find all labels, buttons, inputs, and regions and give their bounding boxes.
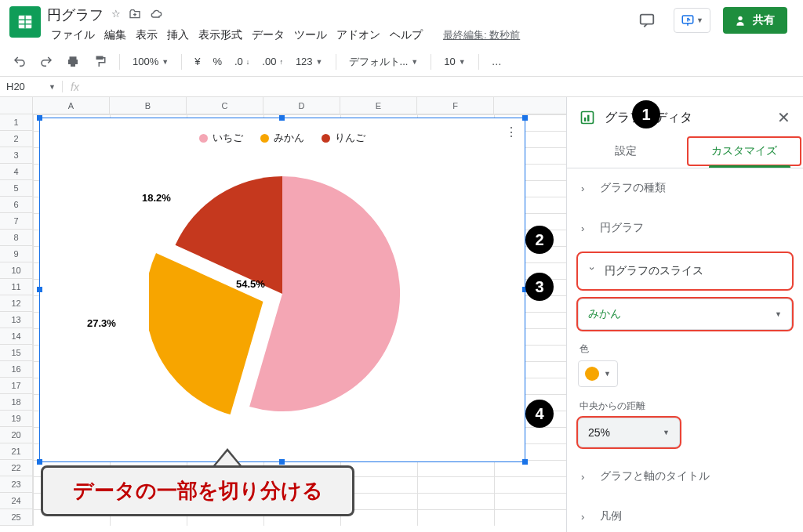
- share-button[interactable]: 共有: [723, 7, 787, 34]
- last-edit[interactable]: 最終編集: 数秒前: [439, 27, 524, 44]
- col-header[interactable]: A: [33, 97, 110, 114]
- menu-view[interactable]: 表示: [132, 27, 162, 44]
- pie-chart[interactable]: ⋮ いちご みかん りんご: [39, 118, 525, 462]
- col-header[interactable]: C: [187, 97, 263, 114]
- legend-label: いちご: [213, 131, 243, 145]
- menu-format[interactable]: 表示形式: [194, 27, 246, 44]
- col-header[interactable]: D: [263, 97, 340, 114]
- menu-addons[interactable]: アドオン: [332, 27, 384, 44]
- slice-label: 18.2%: [142, 192, 171, 204]
- row-header[interactable]: 17: [0, 378, 32, 394]
- paint-format-button[interactable]: [88, 52, 111, 72]
- chart-editor-icon: [580, 110, 595, 125]
- svg-rect-9: [587, 115, 590, 121]
- font-select[interactable]: デフォルト... ▼: [344, 52, 423, 72]
- row-header[interactable]: 4: [0, 164, 32, 180]
- section-chart-type[interactable]: ›グラフの種類: [567, 168, 803, 208]
- toolbar-more[interactable]: …: [487, 52, 508, 71]
- dec-decrease-button[interactable]: .0↓: [230, 52, 254, 71]
- tab-setup[interactable]: 設定: [567, 135, 685, 168]
- percent-button[interactable]: %: [208, 52, 227, 71]
- row-header[interactable]: 19: [0, 411, 32, 427]
- distance-select[interactable]: 25%▼: [578, 418, 680, 447]
- pie-svg: [149, 161, 416, 427]
- undo-button[interactable]: [8, 52, 31, 72]
- row-header[interactable]: 6: [0, 197, 32, 213]
- cloud-icon[interactable]: [149, 8, 163, 23]
- redo-button[interactable]: [35, 52, 58, 72]
- legend-label: りんご: [335, 131, 365, 145]
- row-header[interactable]: 5: [0, 180, 32, 197]
- slice-color-picker[interactable]: ▼: [578, 360, 618, 387]
- slice-label: 54.5%: [236, 278, 265, 290]
- menu-help[interactable]: ヘルプ: [386, 27, 427, 44]
- section-pie-slice-header[interactable]: › 円グラフのスライス: [578, 253, 792, 289]
- chart-legend: いちご みかん りんご: [40, 131, 525, 145]
- sidebar-title: グラフエディタ: [605, 110, 768, 126]
- row-header[interactable]: 16: [0, 361, 32, 378]
- row-header[interactable]: 22: [0, 460, 32, 476]
- font-size-select[interactable]: 10 ▼: [439, 52, 470, 71]
- row-header[interactable]: 13: [0, 312, 32, 328]
- row-header[interactable]: 10: [0, 262, 32, 279]
- row-header[interactable]: 3: [0, 147, 32, 164]
- menu-insert[interactable]: 挿入: [163, 27, 193, 44]
- badge-1: 1: [632, 100, 660, 128]
- svg-point-6: [738, 16, 742, 20]
- section-pie[interactable]: ›円グラフ: [567, 208, 803, 248]
- col-header[interactable]: B: [110, 97, 187, 114]
- row-header[interactable]: 18: [0, 394, 32, 411]
- svg-rect-4: [641, 15, 654, 24]
- number-format-select[interactable]: 123 ▼: [291, 52, 328, 71]
- color-swatch: [585, 367, 599, 381]
- row-header[interactable]: 14: [0, 328, 32, 345]
- doc-title[interactable]: 円グラフ: [47, 5, 104, 24]
- row-header[interactable]: 2: [0, 131, 32, 147]
- zoom-select[interactable]: 100% ▼: [128, 52, 173, 71]
- annotation-callout: データの一部を切り分ける: [41, 448, 354, 516]
- close-icon[interactable]: ✕: [777, 108, 790, 127]
- row-header[interactable]: 23: [0, 476, 32, 493]
- row-header[interactable]: 25: [0, 509, 32, 526]
- name-box[interactable]: H20▼: [0, 81, 63, 92]
- distance-label: 中央からの距離: [580, 400, 790, 413]
- menu-tools[interactable]: ツール: [290, 27, 331, 44]
- svg-rect-8: [584, 118, 587, 121]
- badge-3: 3: [525, 273, 554, 301]
- tab-customize[interactable]: カスタマイズ: [685, 135, 804, 168]
- move-icon[interactable]: [129, 8, 141, 23]
- color-label: 色: [580, 342, 790, 356]
- menu-edit[interactable]: 編集: [100, 27, 130, 44]
- row-header[interactable]: 21: [0, 443, 32, 460]
- badge-2: 2: [525, 226, 554, 254]
- row-header[interactable]: 20: [0, 427, 32, 443]
- legend-label: みかん: [274, 131, 304, 145]
- row-header[interactable]: 9: [0, 246, 32, 262]
- select-all-corner[interactable]: [0, 97, 33, 114]
- comment-history-icon[interactable]: [633, 6, 661, 34]
- section-titles[interactable]: ›グラフと軸のタイトル: [567, 457, 803, 497]
- menu-data[interactable]: データ: [248, 27, 289, 44]
- star-icon[interactable]: ☆: [111, 8, 121, 23]
- row-header[interactable]: 11: [0, 279, 32, 295]
- currency-button[interactable]: ¥: [190, 52, 205, 71]
- chart-menu-icon[interactable]: ⋮: [505, 125, 517, 139]
- menu-file[interactable]: ファイル: [47, 27, 99, 44]
- col-header[interactable]: E: [340, 97, 417, 114]
- row-header[interactable]: 7: [0, 213, 32, 230]
- row-header[interactable]: 1: [0, 114, 32, 131]
- print-button[interactable]: [61, 52, 85, 72]
- row-header[interactable]: 15: [0, 345, 32, 361]
- slice-select[interactable]: みかん▼: [578, 299, 792, 330]
- present-button[interactable]: ▼: [674, 8, 710, 33]
- col-header[interactable]: F: [417, 97, 494, 114]
- sheets-logo[interactable]: [9, 6, 41, 38]
- section-legend[interactable]: ›凡例: [567, 497, 803, 532]
- badge-4: 4: [525, 400, 554, 428]
- chart-editor-sidebar: グラフエディタ ✕ 設定 カスタマイズ ›グラフの種類 ›円グラフ › 円グラフ…: [566, 97, 803, 532]
- row-header[interactable]: 12: [0, 295, 32, 312]
- fx-icon: fx: [63, 81, 87, 93]
- dec-increase-button[interactable]: .00↑: [257, 52, 288, 71]
- row-header[interactable]: 8: [0, 230, 32, 246]
- row-header[interactable]: 24: [0, 493, 32, 509]
